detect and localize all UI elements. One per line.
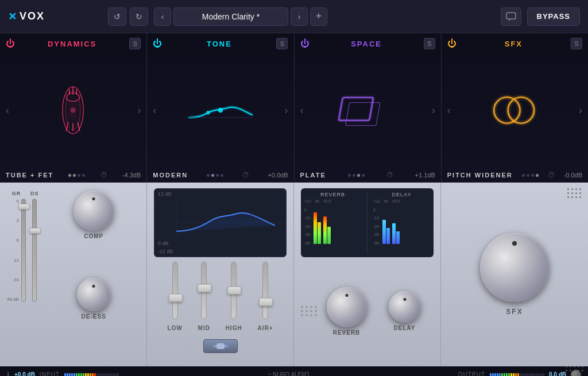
sfx-main-knob[interactable] xyxy=(480,233,549,302)
space-controls: REVERB +120-12-24-48-96 IN xyxy=(294,183,441,366)
space-power-button[interactable]: ⏻ xyxy=(300,38,310,49)
mid-label: MID xyxy=(198,325,210,331)
delay-knob-label: DELAY xyxy=(394,325,416,331)
high-fader-thumb[interactable] xyxy=(227,286,241,294)
sfx-s-button[interactable]: S xyxy=(571,38,582,49)
dynamics-sliders-section: GR 036122448 dB DS xyxy=(7,191,140,358)
ds-slider-thumb[interactable] xyxy=(29,228,41,234)
controls-row: GR 036122448 dB DS xyxy=(0,183,588,366)
bypass-button[interactable]: BYPASS xyxy=(527,7,581,26)
tone-db: +0.0dB xyxy=(268,172,288,179)
gr-slider-track xyxy=(21,199,26,302)
reverb-out-label: OUT xyxy=(323,199,332,203)
space-module: ⏻ SPACE S ‹ › PLATE ⏱ xyxy=(295,33,442,183)
space-next-arrow[interactable]: › xyxy=(432,104,435,117)
svg-rect-0 xyxy=(506,13,516,19)
sfx-grid-dots xyxy=(567,188,582,199)
space-clock-icon: ⏱ xyxy=(386,171,393,179)
de-ess-label: DE-ESS xyxy=(82,313,106,320)
de-ess-knob-section: DE-ESS xyxy=(77,278,110,358)
de-ess-knob[interactable] xyxy=(77,278,110,311)
status-right: OUTPUT 0.0 dB xyxy=(458,370,581,377)
reverb-knob-label: REVERB xyxy=(333,330,361,336)
undo-button[interactable]: ↺ xyxy=(108,7,126,26)
comment-button[interactable] xyxy=(501,7,521,26)
eq-0db-label: 0 dB xyxy=(158,241,169,246)
tone-power-button[interactable]: ⏻ xyxy=(153,38,162,49)
dynamics-clock-icon: ⏱ xyxy=(100,171,107,179)
info-icon[interactable]: ℹ xyxy=(7,371,10,377)
svg-point-18 xyxy=(508,97,535,123)
delay-meter-title: DELAY xyxy=(373,192,430,197)
tone-visual: ‹ › xyxy=(153,52,288,169)
dynamics-name-label: TUBE + FET xyxy=(6,172,53,179)
tone-next-arrow[interactable]: › xyxy=(285,104,288,117)
tone-prev-arrow[interactable]: ‹ xyxy=(153,104,156,117)
space-title: SPACE xyxy=(351,40,382,48)
dynamics-visual: ‹ › xyxy=(6,52,141,169)
input-db: +0.0 dB xyxy=(14,371,35,376)
low-label: LOW xyxy=(167,325,182,331)
space-visual: ‹ › xyxy=(300,52,435,169)
sfx-knob-section: SFX xyxy=(480,191,549,358)
air-label: AIR+ xyxy=(258,325,273,331)
sfx-module: ⏻ SFX S ‹ › PITCH WIDENER xyxy=(442,33,588,183)
delay-knob[interactable] xyxy=(389,291,420,323)
tone-header: ⏻ TONE S xyxy=(153,38,288,49)
input-meter xyxy=(64,373,119,377)
high-fader-track xyxy=(231,262,237,319)
tone-title: TONE xyxy=(207,40,232,48)
eq-preset-button[interactable] xyxy=(203,339,238,353)
dynamics-header: ⏻ DYNAMICS S xyxy=(6,38,141,49)
sfx-next-arrow[interactable]: › xyxy=(579,104,582,117)
delay-in-label: IN xyxy=(382,199,390,203)
dynamics-prev-arrow[interactable]: ‹ xyxy=(6,104,9,117)
mid-fader-track xyxy=(201,262,207,319)
svg-point-13 xyxy=(206,111,210,115)
nav-controls: ↺ ↻ xyxy=(108,7,148,26)
svg-point-12 xyxy=(218,108,223,113)
redo-button[interactable]: ↻ xyxy=(130,7,148,26)
air-slider-group: AIR+ xyxy=(258,262,273,331)
output-db: 0.0 dB xyxy=(549,371,566,376)
comp-knob[interactable] xyxy=(74,191,114,231)
space-knobs: REVERB DELAY xyxy=(301,262,434,361)
top-bar: ✕ VOX ↺ ↻ ‹ Modern Clarity * › + BYPASS xyxy=(0,0,588,33)
dynamics-power-button[interactable]: ⏻ xyxy=(6,38,15,49)
space-header: ⏻ SPACE S xyxy=(300,38,435,49)
prev-preset-button[interactable]: ‹ xyxy=(154,7,171,26)
sfx-power-button[interactable]: ⏻ xyxy=(447,38,457,49)
dynamics-next-arrow[interactable]: › xyxy=(137,104,141,117)
add-preset-button[interactable]: + xyxy=(310,7,327,26)
dynamics-module: ⏻ DYNAMICS S ‹ xyxy=(0,33,147,183)
comp-label: COMP xyxy=(84,233,103,239)
tone-s-button[interactable]: S xyxy=(276,38,288,49)
mid-fader-thumb[interactable] xyxy=(198,284,211,292)
gr-slider-thumb[interactable] xyxy=(18,204,30,210)
status-center: ~ NURO AUDIO xyxy=(123,371,454,376)
dynamics-footer: TUBE + FET ⏱ -4.3dB xyxy=(6,169,141,179)
low-fader-thumb[interactable] xyxy=(169,294,183,302)
space-s-button[interactable]: S xyxy=(424,38,435,49)
svg-rect-15 xyxy=(339,98,373,121)
space-db: +1.1dB xyxy=(415,172,435,179)
eq-curve xyxy=(154,189,286,257)
sfx-prev-arrow[interactable]: ‹ xyxy=(447,104,451,117)
reverb-knob[interactable] xyxy=(327,287,367,327)
ds-label: DS xyxy=(30,191,39,196)
svg-point-17 xyxy=(494,97,521,123)
sfx-knob-label: SFX xyxy=(506,308,523,316)
tone-module: ⏻ TONE S ‹ › MODERN xyxy=(147,33,294,183)
status-bar: ℹ +0.0 dB INPUT ~ NURO AUDIO OUTPUT xyxy=(0,366,588,376)
next-preset-button[interactable]: › xyxy=(291,7,308,26)
reverb-knob-section: REVERB xyxy=(318,287,376,336)
preset-name[interactable]: Modern Clarity * xyxy=(173,7,288,26)
eq-display: 12 dB 0 dB -12 dB xyxy=(154,188,287,257)
logo-x: ✕ xyxy=(8,10,17,23)
svg-rect-22 xyxy=(216,343,225,349)
air-fader-thumb[interactable] xyxy=(259,298,273,306)
ds-slider-group: DS xyxy=(30,191,39,358)
dynamics-s-button[interactable]: S xyxy=(129,38,141,49)
space-prev-arrow[interactable]: ‹ xyxy=(300,104,304,117)
dynamics-controls: GR 036122448 dB DS xyxy=(0,183,147,366)
